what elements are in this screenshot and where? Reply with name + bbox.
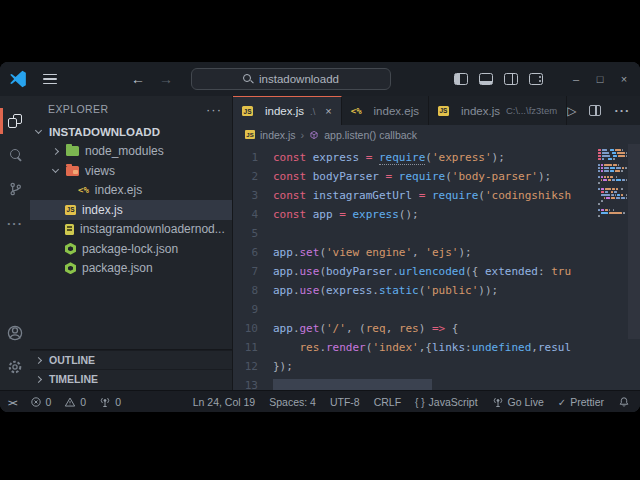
run-file-icon[interactable]: ▷ — [567, 104, 576, 118]
breadcrumb-file[interactable]: index.js — [260, 129, 296, 141]
code-line[interactable]: 13 — [233, 376, 598, 390]
workbench: ··· — [0, 96, 640, 390]
code-line[interactable]: 7app.use(bodyParser.urlencoded({ extende… — [233, 262, 598, 281]
search-view-icon[interactable] — [0, 138, 30, 172]
status-prettier[interactable]: ✓Prettier — [558, 396, 604, 408]
breadcrumb[interactable]: JS index.js › app.listen() callback — [233, 125, 640, 144]
explorer-title: EXPLORER — [48, 103, 108, 115]
code-line[interactable]: 9 — [233, 300, 598, 319]
node-package-icon — [65, 262, 76, 274]
settings-gear-icon[interactable] — [0, 350, 30, 384]
restore-button[interactable]: □ — [588, 62, 612, 96]
code-line[interactable]: 4const app = express(); — [233, 205, 598, 224]
scrollbar[interactable] — [628, 144, 640, 339]
explorer-more-actions-icon[interactable]: ··· — [206, 102, 222, 117]
customize-layout-icon[interactable] — [529, 73, 543, 85]
tree-item-index-js[interactable]: JSindex.js — [30, 200, 232, 220]
doc-file-icon — [65, 224, 74, 235]
tree-item-index-ejs[interactable]: <%index.ejs — [30, 181, 232, 201]
tree-item-label: index.ejs — [95, 183, 142, 197]
status-crlf[interactable]: CRLF — [374, 396, 401, 408]
more-views-icon[interactable]: ··· — [0, 206, 30, 240]
code-line[interactable]: 2const bodyParser = require('body-parser… — [233, 167, 598, 186]
vscode-window: ← → instadownloadd – □ × — [0, 62, 640, 412]
title-bar: ← → instadownloadd – □ × — [0, 62, 640, 96]
status-label: UTF-8 — [330, 396, 360, 408]
toggle-secondary-sidebar-icon[interactable] — [504, 73, 518, 85]
tree-item-node-modules[interactable]: node_modules — [30, 142, 232, 162]
explorer-icon[interactable] — [0, 104, 30, 138]
node-package-icon — [65, 243, 76, 255]
back-button[interactable]: ← — [129, 71, 147, 87]
minimap-line — [598, 170, 627, 172]
status-utf-8[interactable]: UTF-8 — [330, 396, 360, 408]
minimap-line — [598, 161, 627, 163]
tab-index.ejs-1[interactable]: <%index.ejs — [342, 96, 429, 125]
tree-item-package-json[interactable]: package.json — [30, 259, 232, 279]
account-icon[interactable] — [0, 316, 30, 350]
code-line[interactable]: 11 res.render('index',{links:undefined,r… — [233, 338, 598, 357]
code-line[interactable]: 12}); — [233, 357, 598, 376]
status-javascript[interactable]: { }JavaScript — [415, 396, 478, 408]
minimap-line — [598, 194, 627, 196]
code-line[interactable]: 1const express = require('express'); — [233, 148, 598, 167]
tree-item-views[interactable]: views — [30, 161, 232, 181]
line-number: 4 — [233, 205, 273, 224]
status-0[interactable]: 0 — [30, 396, 52, 408]
breadcrumb-symbol[interactable]: app.listen() callback — [324, 129, 417, 141]
tree-item-label: package.json — [82, 261, 153, 275]
status-go-live[interactable]: Go Live — [492, 396, 544, 408]
menu-icon[interactable] — [43, 74, 57, 85]
js-file-icon: JS — [245, 130, 255, 139]
chevron-right-icon — [52, 148, 59, 155]
minimap-line — [598, 203, 627, 205]
code-line[interactable]: 8app.use(express.static('public')); — [233, 281, 598, 300]
code-line[interactable]: 3const instagramGetUrl = require('coding… — [233, 186, 598, 205]
status-0[interactable]: 0 — [64, 396, 86, 408]
tree-item-package-lock-json[interactable]: package-lock.json — [30, 239, 232, 259]
js-icon: JS — [65, 205, 76, 215]
minimap-line — [598, 185, 627, 187]
split-editor-icon[interactable] — [589, 105, 601, 116]
js-file-icon: JS — [65, 205, 76, 215]
editor-more-actions-icon[interactable]: ··· — [614, 103, 630, 118]
code-editor[interactable]: 1const express = require('express');2con… — [233, 144, 640, 390]
status-right: Ln 24, Col 19Spaces: 4UTF-8CRLF{ }JavaSc… — [193, 396, 630, 408]
minimap[interactable] — [598, 149, 627, 221]
minimize-button[interactable]: – — [564, 62, 588, 96]
command-center-search[interactable]: instadownloadd — [191, 68, 391, 90]
status-0[interactable]: 0 — [99, 396, 121, 408]
ejs-icon: <% — [351, 106, 362, 116]
code-line[interactable]: 6app.set('view engine', 'ejs'); — [233, 243, 598, 262]
status-bell-icon[interactable] — [618, 396, 630, 408]
tree-item-instagramdownloadernod-[interactable]: instagramdownloadernod... — [30, 220, 232, 240]
close-button[interactable]: × — [612, 62, 636, 96]
toggle-sidebar-icon[interactable] — [454, 73, 468, 85]
tree-root-folder[interactable]: INSTADOWNLOADD — [30, 122, 232, 142]
tab-index.js-0[interactable]: JSindex.js.\× — [233, 96, 342, 125]
minimap-line — [598, 164, 627, 166]
code-line[interactable]: 10app.get('/', (req, res) => { — [233, 319, 598, 338]
code-line[interactable]: 5 — [233, 224, 598, 243]
section-timeline[interactable]: TIMELINE — [30, 369, 232, 388]
status-spaces-4[interactable]: Spaces: 4 — [269, 396, 316, 408]
minimap-line — [598, 191, 627, 193]
status-remote-icon[interactable]: >< — [8, 396, 17, 408]
screen: ← → instadownloadd – □ × — [0, 0, 640, 480]
ejs-icon: <% — [78, 185, 89, 195]
code-content[interactable]: 1const express = require('express');2con… — [233, 148, 598, 390]
folder-file-icon — [66, 146, 79, 156]
source-control-icon[interactable] — [0, 172, 30, 206]
close-tab-icon[interactable]: × — [325, 105, 331, 117]
minimap-line — [598, 155, 627, 157]
tab-index.js-2[interactable]: JSindex.jsC:\...\fz3tem — [429, 96, 567, 125]
status-ln-24-col-19[interactable]: Ln 24, Col 19 — [193, 396, 255, 408]
minimap-line — [598, 152, 627, 154]
section-label: TIMELINE — [49, 373, 98, 385]
warning-icon — [64, 396, 76, 408]
toggle-panel-icon[interactable] — [479, 73, 493, 85]
forward-button[interactable]: → — [157, 71, 175, 87]
section-outline[interactable]: OUTLINE — [30, 350, 232, 369]
chevron-right-icon — [35, 356, 42, 363]
vscode-logo-icon[interactable] — [9, 70, 27, 88]
